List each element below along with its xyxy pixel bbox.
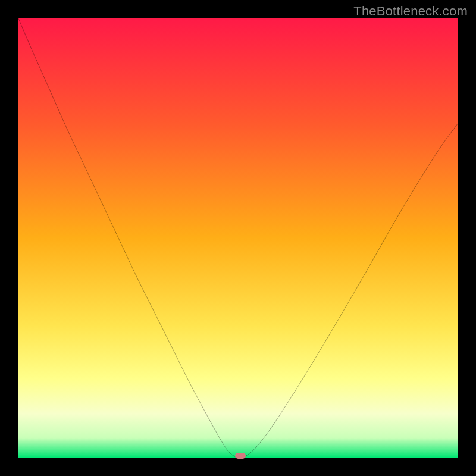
watermark-text: TheBottleneck.com — [353, 4, 468, 19]
chart-frame: TheBottleneck.com — [0, 0, 476, 476]
plot-area — [18, 18, 458, 458]
minimum-marker — [235, 453, 246, 459]
bottleneck-curve — [18, 18, 458, 458]
